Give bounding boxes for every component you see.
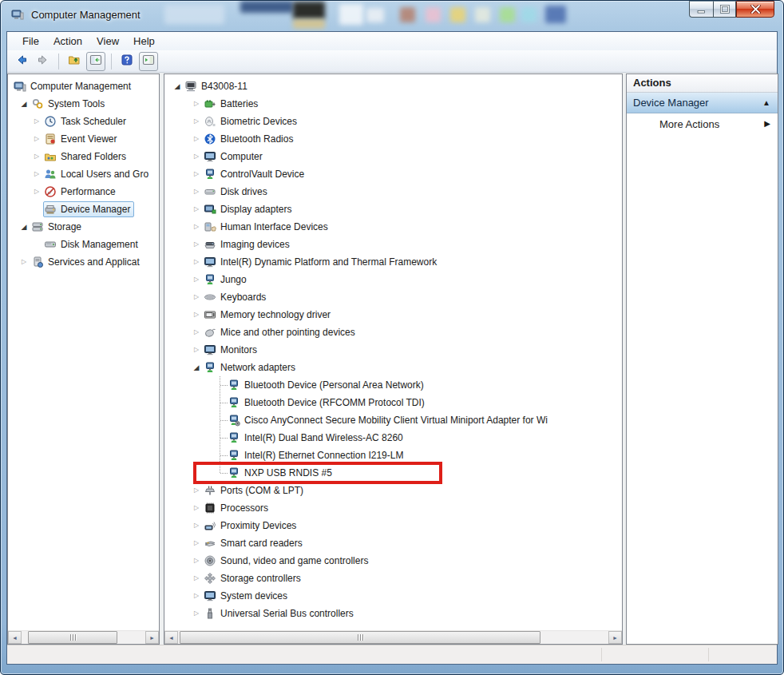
tree-item-bluetooth-device-rfcomm-protocol-tdi[interactable]: Bluetooth Device (RFCOMM Protocol TDI) xyxy=(164,394,622,411)
expander-icon[interactable]: ▷ xyxy=(190,113,203,130)
expander-icon[interactable]: ▷ xyxy=(190,482,203,499)
tree-item-display-adapters[interactable]: ▷Display adapters xyxy=(164,201,622,218)
scroll-right-button[interactable]: ► xyxy=(608,631,622,644)
menu-view[interactable]: View xyxy=(89,34,126,49)
tree-item-universal-serial-bus-controllers[interactable]: ▷Universal Serial Bus controllers xyxy=(164,605,622,622)
tree-item-batteries[interactable]: ▷Batteries xyxy=(164,95,622,113)
expander-icon[interactable]: ▷ xyxy=(190,201,203,218)
expander-icon[interactable]: ▷ xyxy=(18,253,30,271)
tree-item-intel-r-dynamic-platform-and-thermal-framework[interactable]: ▷Intel(R) Dynamic Platform and Thermal F… xyxy=(164,253,622,271)
device-tree-hscrollbar[interactable]: ◄ ► xyxy=(164,630,622,644)
expander-icon[interactable]: ▷ xyxy=(190,517,203,534)
tree-item-network-adapters[interactable]: ◢Network adapters xyxy=(164,359,622,376)
tree-item-ports-com-lpt[interactable]: ▷Ports (COM & LPT) xyxy=(164,482,622,499)
menu-action[interactable]: Action xyxy=(46,34,89,49)
tree-item-performance[interactable]: ▷Performance xyxy=(8,183,159,201)
tree-item-disk-management[interactable]: Disk Management xyxy=(8,236,159,253)
expander-icon[interactable]: ▷ xyxy=(190,271,203,288)
tree-item-jungo[interactable]: ▷Jungo xyxy=(164,271,622,288)
expander-icon[interactable]: ▷ xyxy=(190,324,203,341)
console-tree-hscrollbar[interactable]: ◄ ► xyxy=(8,630,159,644)
expander-icon[interactable]: ▷ xyxy=(190,165,203,183)
expander-icon[interactable]: ▷ xyxy=(190,288,203,306)
tree-item-human-interface-devices[interactable]: ▷Human Interface Devices xyxy=(164,218,622,236)
expander-icon[interactable]: ▷ xyxy=(190,534,203,552)
expander-icon[interactable]: ▷ xyxy=(190,341,203,359)
expander-icon[interactable]: ◢ xyxy=(18,95,30,113)
tree-item-shared-folders[interactable]: ▷Shared Folders xyxy=(8,148,159,165)
tree-item-memory-technology-driver[interactable]: ▷Memory technology driver xyxy=(164,306,622,324)
tree-item-smart-card-readers[interactable]: ▷Smart card readers xyxy=(164,534,622,552)
tree-item-task-scheduler[interactable]: ▷Task Scheduler xyxy=(8,113,159,130)
expander-icon[interactable]: ▷ xyxy=(190,236,203,253)
console-tree-toggle-button[interactable] xyxy=(86,52,105,71)
expander-icon[interactable]: ▷ xyxy=(190,605,203,622)
expander-icon[interactable]: ▷ xyxy=(30,165,43,183)
tree-item-computer-management[interactable]: Computer Management xyxy=(8,77,159,95)
tree-item-controlvault-device[interactable]: ▷ControlVault Device xyxy=(164,165,622,183)
tree-item-storage-controllers[interactable]: ▷Storage controllers xyxy=(164,570,622,587)
expander-icon[interactable]: ▷ xyxy=(190,306,203,324)
scrollbar-track[interactable] xyxy=(22,631,145,644)
tree-item-proximity-devices[interactable]: ▷Proximity Devices xyxy=(164,517,622,534)
expander-icon[interactable]: ◢ xyxy=(18,218,30,236)
scrollbar-track[interactable] xyxy=(178,631,608,644)
expander-icon[interactable]: ▷ xyxy=(190,130,203,148)
tree-item-imaging-devices[interactable]: ▷Imaging devices xyxy=(164,236,622,253)
tree-item-sound-video-and-game-controllers[interactable]: ▷Sound, video and game controllers xyxy=(164,552,622,570)
action-device-manager[interactable]: Device Manager▲ xyxy=(627,93,778,113)
tree-item-biometric-devices[interactable]: ▷Biometric Devices xyxy=(164,113,622,130)
up-one-level-button[interactable] xyxy=(65,52,84,71)
expander-icon[interactable]: ▷ xyxy=(190,218,203,236)
tree-item-monitors[interactable]: ▷Monitors xyxy=(164,341,622,359)
tree-item-intel-r-dual-band-wireless-ac-8260[interactable]: Intel(R) Dual Band Wireless-AC 8260 xyxy=(164,429,622,447)
action-more-actions[interactable]: More Actions▶ xyxy=(627,113,778,134)
expander-icon[interactable]: ▷ xyxy=(190,570,203,587)
tree-item-system-tools[interactable]: ◢System Tools xyxy=(8,95,159,113)
expander-icon[interactable]: ▷ xyxy=(30,183,43,201)
expander-icon[interactable]: ◢ xyxy=(190,359,203,376)
expander-icon[interactable]: ◢ xyxy=(171,77,184,95)
scrollbar-thumb[interactable] xyxy=(180,631,540,644)
tree-item-storage[interactable]: ◢Storage xyxy=(8,218,159,236)
maximize-button[interactable] xyxy=(713,1,736,18)
tree-item-bluetooth-device-personal-area-network[interactable]: Bluetooth Device (Personal Area Network) xyxy=(164,376,622,394)
tree-item-cisco-anyconnect-secure-mobility-client-virtual-miniport-adapter-for-wi[interactable]: Cisco AnyConnect Secure Mobility Client … xyxy=(164,411,622,429)
tree-item-b43008-11[interactable]: ◢B43008-11 xyxy=(164,77,622,95)
titlebar[interactable]: Computer Management xyxy=(1,1,783,31)
expander-icon[interactable]: ▷ xyxy=(30,148,43,165)
tree-item-services-and-applicat[interactable]: ▷Services and Applicat xyxy=(8,253,159,271)
menu-file[interactable]: File xyxy=(15,34,46,49)
expander-icon[interactable]: ▷ xyxy=(190,552,203,570)
expander-icon[interactable]: ▷ xyxy=(190,95,203,113)
scroll-left-button[interactable]: ◄ xyxy=(8,631,22,644)
tree-item-event-viewer[interactable]: ▷Event Viewer xyxy=(8,130,159,148)
scroll-right-button[interactable]: ► xyxy=(145,631,159,644)
forward-button[interactable] xyxy=(34,52,53,71)
tree-item-local-users-and-gro[interactable]: ▷Local Users and Gro xyxy=(8,165,159,183)
tree-item-bluetooth-radios[interactable]: ▷Bluetooth Radios xyxy=(164,130,622,148)
scroll-left-button[interactable]: ◄ xyxy=(164,631,178,644)
expander-icon[interactable]: ▷ xyxy=(190,148,203,165)
expander-icon[interactable]: ▷ xyxy=(190,587,203,605)
close-button[interactable] xyxy=(736,1,774,18)
expand-arrow-icon[interactable]: ▶ xyxy=(764,113,770,134)
tree-item-keyboards[interactable]: ▷Keyboards xyxy=(164,288,622,306)
tree-item-computer[interactable]: ▷Computer xyxy=(164,148,622,165)
back-button[interactable] xyxy=(12,52,31,71)
expander-icon[interactable]: ▷ xyxy=(30,113,43,130)
collapse-arrow-icon[interactable]: ▲ xyxy=(762,93,770,113)
expander-icon[interactable]: ▷ xyxy=(30,130,43,148)
expander-icon[interactable]: ▷ xyxy=(190,499,203,517)
help-button[interactable] xyxy=(117,52,137,71)
menu-help[interactable]: Help xyxy=(126,34,162,49)
tree-item-system-devices[interactable]: ▷System devices xyxy=(164,587,622,605)
tree-item-mice-and-other-pointing-devices[interactable]: ▷Mice and other pointing devices xyxy=(164,324,622,341)
scrollbar-thumb[interactable] xyxy=(28,631,117,644)
tree-item-device-manager[interactable]: Device Manager xyxy=(8,201,159,218)
minimize-button[interactable] xyxy=(689,1,713,18)
tree-item-processors[interactable]: ▷Processors xyxy=(164,499,622,517)
tree-item-disk-drives[interactable]: ▷Disk drives xyxy=(164,183,622,201)
expander-icon[interactable]: ▷ xyxy=(190,253,203,271)
action-pane-toggle-button[interactable] xyxy=(139,52,158,71)
